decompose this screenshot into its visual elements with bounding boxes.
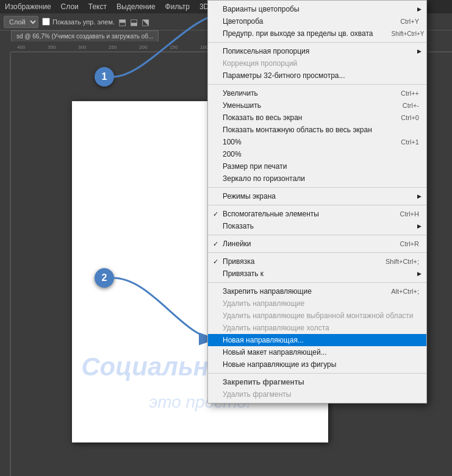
- menu-item-fit-artboard[interactable]: Показать монтажную область во весь экран: [208, 124, 426, 136]
- menu-item-new-guide-layout[interactable]: Новый макет направляющей...: [208, 346, 426, 358]
- menu-item-snap-to[interactable]: Привязать к: [208, 268, 426, 280]
- svg-text:300: 300: [78, 44, 87, 50]
- document-tab[interactable]: sd @ 66,7% (Учимся создавать и загружать…: [11, 30, 159, 41]
- divider-8: [208, 373, 426, 374]
- menu-item-text[interactable]: Текст: [84, 1, 112, 12]
- align-top-icon[interactable]: ⬒: [118, 17, 126, 27]
- menu-item-print-size[interactable]: Размер при печати: [208, 160, 426, 172]
- menu-item-clear-artboard-guides: Удалить направляющие выбранной монтажной…: [208, 310, 426, 322]
- menu-item-selection[interactable]: Выделение: [112, 1, 160, 12]
- menu-item-lock-guides[interactable]: Закрепить направляющие Alt+Ctrl+;: [208, 285, 426, 297]
- step-2-circle: 2: [95, 268, 114, 288]
- menu-item-new-guides-from-shape[interactable]: Новые направляющие из фигуры: [208, 358, 426, 371]
- svg-text:400: 400: [17, 44, 26, 50]
- menu-item-show[interactable]: Показать: [208, 220, 426, 232]
- menu-item-32bit-preview[interactable]: Параметры 32-битного просмотра...: [208, 69, 426, 82]
- step-1-circle: 1: [95, 67, 114, 87]
- menu-item-clear-canvas-guides: Удалить направляющие холста: [208, 322, 426, 334]
- show-controls-checkbox: Показать упр. элем.: [42, 18, 115, 26]
- dropdown-menu: Варианты цветопробы Цветопроба Ctrl+Y Пр…: [207, 0, 427, 403]
- menu-item-fit-screen[interactable]: Показать во весь экран Ctrl+0: [208, 112, 426, 124]
- layer-select[interactable]: Слой: [4, 16, 38, 28]
- ruler-vertical: [0, 52, 11, 476]
- menu-item-zoom-out[interactable]: Уменьшить Ctrl+-: [208, 99, 426, 112]
- menu-item-layers[interactable]: Слои: [56, 1, 84, 12]
- svg-text:150: 150: [170, 44, 178, 50]
- divider-5: [208, 235, 426, 235]
- menu-item-lock-slices[interactable]: Закрепить фрагменты: [208, 376, 426, 388]
- menu-item-extras[interactable]: Вспомогательные элементы Ctrl+H: [208, 208, 426, 220]
- divider-2: [208, 84, 426, 85]
- align-middle-icon[interactable]: ⬓: [130, 17, 138, 27]
- menu-item-200pct[interactable]: 200%: [208, 148, 426, 160]
- menu-item-color-proof-options[interactable]: Варианты цветопробы: [208, 3, 426, 15]
- menu-item-gamut-warning[interactable]: Предупр. при выходе за пределы цв. охват…: [208, 27, 426, 40]
- menu-item-100pct[interactable]: 100% Ctrl+1: [208, 136, 426, 148]
- menu-item-screen-modes[interactable]: Режимы экрана: [208, 190, 426, 202]
- menu-item-snap[interactable]: Привязка Shift+Ctrl+;: [208, 255, 426, 268]
- menu-item-clear-guides: Удалить направляющие: [208, 297, 426, 310]
- divider-3: [208, 187, 426, 188]
- menu-item-color-proof[interactable]: Цветопроба Ctrl+Y: [208, 15, 426, 27]
- menu-item-image[interactable]: Изображение: [0, 1, 56, 12]
- menu-item-aspect-correction: Коррекция пропорций: [208, 57, 426, 69]
- menu-item-clear-slices: Удалить фрагменты: [208, 388, 426, 400]
- divider-1: [208, 42, 426, 43]
- menu-item-pixel-aspect[interactable]: Попиксельная пропорция: [208, 45, 426, 57]
- align-bottom-icon[interactable]: ⬔: [142, 17, 149, 27]
- svg-text:350: 350: [48, 44, 56, 50]
- menu-item-new-guide[interactable]: Новая направляющая...: [208, 334, 426, 346]
- menu-item-zoom-in[interactable]: Увеличить Ctrl++: [208, 87, 426, 99]
- svg-text:200: 200: [139, 44, 148, 50]
- menu-item-rulers[interactable]: Линейки Ctrl+R: [208, 238, 426, 250]
- show-controls-label: Показать упр. элем.: [52, 18, 115, 26]
- menu-item-flip-horizontal[interactable]: Зеркало по горизонтали: [208, 172, 426, 185]
- svg-text:250: 250: [109, 44, 117, 50]
- menu-item-filter[interactable]: Фильтр: [160, 1, 195, 12]
- divider-7: [208, 282, 426, 283]
- divider-6: [208, 252, 426, 253]
- show-controls-input[interactable]: [42, 18, 50, 26]
- divider-4: [208, 205, 426, 205]
